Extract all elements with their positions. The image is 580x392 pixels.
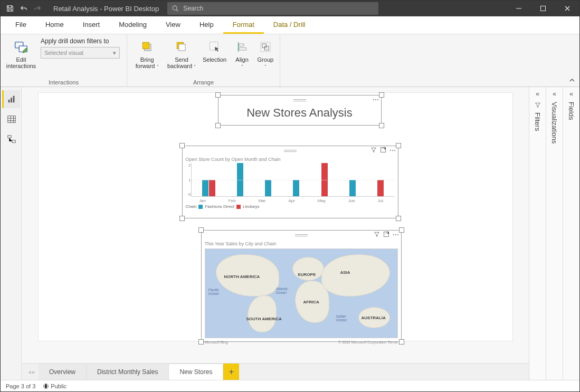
title-text: New Stores Analysis <box>218 105 381 120</box>
drag-grip-icon[interactable] <box>293 99 306 101</box>
more-options-icon[interactable]: ⋯ <box>373 96 379 103</box>
resize-handle[interactable] <box>198 339 204 345</box>
title-visual[interactable]: ⋯ New Stores Analysis <box>218 95 382 126</box>
send-backward-button[interactable]: Send backward ˅ <box>166 37 197 70</box>
selection-icon <box>206 39 223 55</box>
maximize-button[interactable] <box>531 1 555 16</box>
next-page-button[interactable]: ▸ <box>32 368 35 376</box>
drill-filter-label: Apply drill down filters to <box>41 37 120 45</box>
drag-grip-icon[interactable] <box>284 150 297 152</box>
edit-interactions-button[interactable]: Edit interactions <box>5 37 37 69</box>
status-bar: Page 3 of 3 Public <box>1 380 579 391</box>
bar[interactable] <box>349 180 356 197</box>
group-icon <box>257 39 274 55</box>
more-options-icon[interactable]: ⋯ <box>389 147 396 154</box>
prev-page-button[interactable]: ◂ <box>28 368 31 376</box>
close-button[interactable] <box>555 1 579 16</box>
svg-rect-5 <box>142 42 149 49</box>
redo-icon[interactable] <box>32 3 43 14</box>
svg-rect-19 <box>12 140 15 143</box>
menu-tab-help[interactable]: Help <box>190 16 223 34</box>
svg-rect-7 <box>179 44 185 51</box>
svg-rect-1 <box>541 6 546 11</box>
filter-icon[interactable] <box>370 147 377 154</box>
resize-handle[interactable] <box>179 216 185 221</box>
undo-icon[interactable] <box>18 3 29 14</box>
selection-pane-button[interactable]: Selection <box>201 37 229 63</box>
search-placeholder: Search <box>183 5 203 12</box>
data-view-button[interactable] <box>2 110 20 128</box>
menu-tab-format[interactable]: Format <box>223 16 264 34</box>
bar[interactable] <box>293 180 299 197</box>
view-rail <box>1 87 22 380</box>
svg-rect-15 <box>11 98 12 102</box>
svg-rect-17 <box>8 116 15 123</box>
map-visual[interactable]: ⋯ This Year Sales by City and Chain NORT… <box>201 230 402 342</box>
minimize-button[interactable] <box>507 1 531 16</box>
menu-tab-modeling[interactable]: Modeling <box>109 16 156 34</box>
resize-handle[interactable] <box>379 123 384 128</box>
page-tab-district-monthly-sales[interactable]: District Monthly Sales <box>87 364 169 380</box>
model-view-button[interactable] <box>2 130 20 148</box>
send-backward-icon <box>173 39 190 55</box>
svg-rect-10 <box>239 48 246 51</box>
window-title: Retail Analysis - Power BI Desktop <box>47 5 165 13</box>
menu-tab-home[interactable]: Home <box>36 16 73 34</box>
chevron-left-icon: « <box>569 90 573 98</box>
x-axis: JanFebMarAprMayJunJul <box>188 198 395 203</box>
map-attribution-right: © 2022 Microsoft Corporation Terms <box>338 340 397 344</box>
focus-mode-icon[interactable] <box>380 147 386 154</box>
edit-interactions-icon <box>13 39 30 55</box>
search-icon <box>172 5 179 12</box>
group-button[interactable]: Group˅ <box>255 37 275 70</box>
bar[interactable] <box>209 180 215 197</box>
drill-filter-select[interactable]: Selected visual ▾ <box>41 47 120 59</box>
chart-title: Open Store Count by Open Month and Chain <box>183 156 398 163</box>
resize-handle[interactable] <box>399 339 404 345</box>
bring-forward-button[interactable]: Bring forward ˅ <box>131 37 163 70</box>
fields-pane-toggle[interactable]: « Fields <box>563 87 579 380</box>
map-body[interactable]: NORTH AMERICA SOUTH AMERICA EUROPE AFRIC… <box>205 248 398 338</box>
search-box[interactable]: Search <box>167 2 378 15</box>
chevron-left-icon: « <box>553 90 556 98</box>
y-axis: 210 <box>186 163 191 203</box>
svg-rect-9 <box>239 44 244 46</box>
menu-tab-insert[interactable]: Insert <box>73 16 110 34</box>
page-tab-bar: ◂ ▸ OverviewDistrict Monthly SalesNew St… <box>22 363 529 380</box>
bar-chart-visual[interactable]: ⋯ Open Store Count by Open Month and Cha… <box>182 146 398 218</box>
map-attribution-left: Microsoft Bing <box>205 340 228 344</box>
bar[interactable] <box>265 180 271 197</box>
svg-point-0 <box>173 6 177 10</box>
page-indicator: Page 3 of 3 <box>6 383 35 389</box>
report-canvas[interactable]: ⋯ New Stores Analysis ⋯ <box>38 92 513 341</box>
align-icon <box>234 39 251 55</box>
report-view-button[interactable] <box>2 90 20 108</box>
save-icon[interactable] <box>5 3 15 14</box>
ribbon: Edit interactions Apply drill down filte… <box>1 34 579 87</box>
title-bar: Retail Analysis - Power BI Desktop Searc… <box>1 1 579 16</box>
page-tab-overview[interactable]: Overview <box>39 364 87 380</box>
chevron-down-icon: ▾ <box>113 50 116 56</box>
align-button[interactable]: Align˅ <box>232 37 252 70</box>
menu-tab-view[interactable]: View <box>156 16 190 34</box>
collapse-ribbon-button[interactable] <box>568 76 576 84</box>
focus-mode-icon[interactable] <box>383 231 389 238</box>
svg-rect-14 <box>8 100 10 102</box>
page-tab-new-stores[interactable]: New Stores <box>169 364 223 380</box>
ribbon-group-interactions: Interactions <box>1 79 127 87</box>
resize-handle[interactable] <box>396 216 401 221</box>
more-options-icon[interactable]: ⋯ <box>393 231 399 238</box>
ribbon-group-arrange: Arrange <box>127 79 280 87</box>
bar[interactable] <box>377 180 384 197</box>
menu-bar: FileHomeInsertModelingViewHelpFormatData… <box>1 16 579 34</box>
svg-rect-18 <box>8 136 11 138</box>
filter-icon[interactable] <box>374 231 380 238</box>
add-page-button[interactable]: + <box>223 364 239 380</box>
menu-tab-data-drill[interactable]: Data / Drill <box>264 16 315 34</box>
drag-grip-icon[interactable] <box>295 234 308 236</box>
visualizations-pane-toggle[interactable]: « Visualizations <box>546 87 563 380</box>
bar[interactable] <box>202 180 208 197</box>
resize-handle[interactable] <box>215 123 221 128</box>
menu-tab-file[interactable]: File <box>6 16 36 34</box>
filters-pane-toggle[interactable]: « Filters <box>529 87 546 380</box>
